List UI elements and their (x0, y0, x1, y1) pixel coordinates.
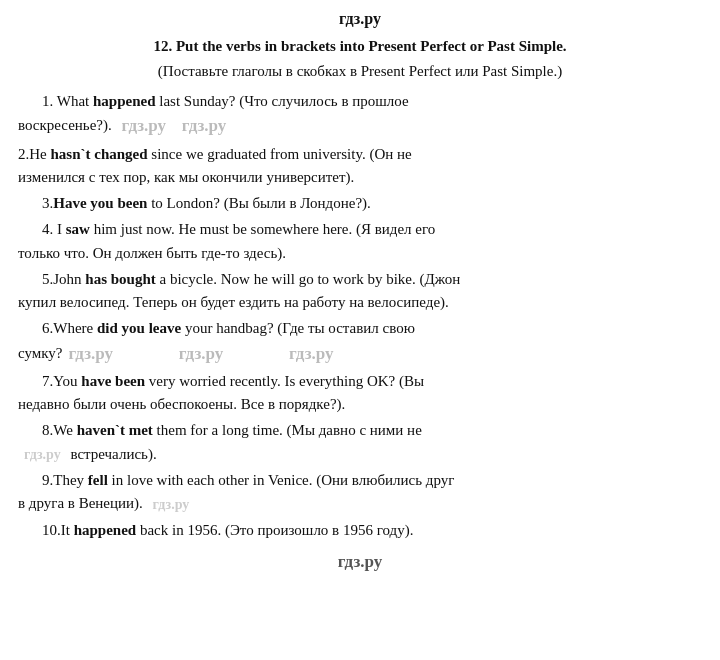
sentence-6-bold: did you leave (97, 320, 181, 336)
sentence-1-before: What (57, 93, 93, 109)
watermark-inline-6c: гдз.ру (283, 344, 340, 363)
sentence-8-num: 8. (42, 422, 53, 438)
sentence-8-after: them for a long time. (Мы давно с ними н… (153, 422, 422, 438)
sentence-10-before: It (61, 522, 74, 538)
sentence-10: 10.It happened back in 1956. (Это произо… (18, 519, 702, 542)
sentence-1-num: 1. (42, 93, 53, 109)
sentence-2: 2.He hasn`t changed since we graduated f… (18, 143, 702, 190)
sentence-10-num: 10. (42, 522, 61, 538)
sentence-5-cont: купил велосипед. Теперь он будет ездить … (18, 294, 449, 310)
sentence-7-before: You (53, 373, 81, 389)
sentence-8-cont: встречались). (70, 446, 156, 462)
watermark-inline-9: гдз.ру (147, 497, 196, 512)
footer-watermark: гдз.ру (18, 552, 702, 572)
sentence-2-after: since we graduated from university. (Он … (148, 146, 412, 162)
content-area: 1. What happened last Sunday? (Что случи… (18, 90, 702, 542)
sentence-5-after: a bicycle. Now he will go to work by bik… (156, 271, 460, 287)
sentence-7-after: very worried recently. Is everything OK?… (145, 373, 424, 389)
sentence-1-cont: воскресенье?). (18, 117, 112, 133)
sentence-2-before: He (29, 146, 50, 162)
site-title-text: гдз.ру (339, 10, 381, 27)
sentence-4-before: I (53, 221, 66, 237)
sentence-6-cont: сумку? (18, 344, 63, 360)
sentence-3-after: to London? (Вы были в Лондоне?). (147, 195, 370, 211)
sentence-1-after: last Sunday? (Что случилось в прошлое (156, 93, 409, 109)
sentence-9-before: They (53, 472, 88, 488)
task-instruction-ru: (Поставьте глаголы в скобках в Present P… (18, 61, 702, 82)
sentence-2-cont: изменился с тех пор, как мы окончили уни… (18, 169, 354, 185)
sentence-9-num: 9. (42, 472, 53, 488)
sentence-3: 3.Have you been to London? (Вы были в Ло… (18, 192, 702, 215)
sentence-9-cont: в друга в Венеции). (18, 495, 143, 511)
sentence-5-before: John (53, 271, 85, 287)
sentence-6-before: Where (53, 320, 97, 336)
watermark-inline-6a: гдз.ру (63, 344, 120, 363)
sentence-4-after: him just now. He must be somewhere here.… (90, 221, 435, 237)
sentence-7-bold: have been (81, 373, 145, 389)
sentence-9-bold: fell (88, 472, 108, 488)
watermark-inline-6b: гдз.ру (173, 344, 230, 363)
sentence-6-num: 6. (42, 320, 53, 336)
sentence-8-before: We (53, 422, 76, 438)
sentence-8: 8.We haven`t met them for a long time. (… (18, 419, 702, 466)
sentence-1-bold: happened (93, 93, 156, 109)
watermark-inline-8a: гдз.ру (18, 447, 67, 462)
task-instruction-en: 12. Put the verbs in brackets into Prese… (18, 36, 702, 57)
sentence-6: 6.Where did you leave your handbag? (Где… (18, 317, 702, 367)
sentence-9: 9.They fell in love with each other in V… (18, 469, 702, 516)
sentence-7-cont: недавно были очень обеспокоены. Все в по… (18, 396, 345, 412)
sentence-7: 7.You have been very worried recently. I… (18, 370, 702, 417)
site-header: гдз.ру (18, 10, 702, 28)
sentence-9-after: in love with each other in Venice. (Они … (108, 472, 455, 488)
sentence-5-bold: has bought (85, 271, 155, 287)
sentence-4-cont: только что. Он должен быть где-то здесь)… (18, 245, 286, 261)
sentence-3-bold: Have you been (53, 195, 147, 211)
sentence-3-num: 3. (42, 195, 53, 211)
sentence-5: 5.John has bought a bicycle. Now he will… (18, 268, 702, 315)
sentence-8-bold: haven`t met (77, 422, 153, 438)
footer-text: гдз.ру (338, 552, 383, 571)
sentence-2-num: 2. (18, 146, 29, 162)
watermark-inline-1b: гдз.ру (176, 116, 233, 135)
sentence-10-after: back in 1956. (Это произошло в 1956 году… (136, 522, 413, 538)
sentence-6-after: your handbag? (Где ты оставил свою (181, 320, 415, 336)
watermark-inline-1a: гдз.ру (116, 116, 173, 135)
sentence-1: 1. What happened last Sunday? (Что случи… (18, 90, 702, 140)
sentence-4-bold: saw (66, 221, 90, 237)
sentence-5-num: 5. (42, 271, 53, 287)
sentence-4-num: 4. (42, 221, 53, 237)
sentence-4: 4. I saw him just now. He must be somewh… (18, 218, 702, 265)
sentence-2-bold: hasn`t changed (51, 146, 148, 162)
sentence-10-bold: happened (74, 522, 137, 538)
sentence-7-num: 7. (42, 373, 53, 389)
